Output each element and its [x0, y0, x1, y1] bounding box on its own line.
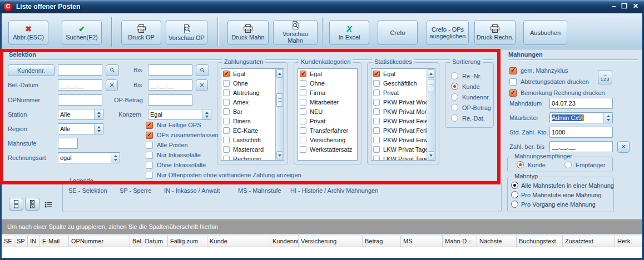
radio-row[interactable]: Re.-Dat.	[451, 113, 492, 123]
option-checkbox-row[interactable]: Abtretungsdaten drucken	[509, 76, 637, 87]
view-list-button[interactable]	[41, 198, 56, 211]
scroll-thumb[interactable]	[276, 93, 283, 107]
checkbox[interactable]	[300, 99, 306, 106]
list-item[interactable]: Ohne	[221, 78, 284, 88]
list-item[interactable]: PKW Privat Woche	[371, 97, 435, 107]
grid-body[interactable]	[2, 247, 642, 258]
checkbox[interactable]	[146, 132, 153, 139]
scrollbar[interactable]	[427, 69, 435, 160]
grid-column-header[interactable]: IN	[28, 236, 40, 247]
radio-row[interactable]: Kundennr.	[451, 92, 492, 102]
checkbox[interactable]	[223, 127, 230, 134]
list-item[interactable]: Rechnung	[221, 154, 284, 161]
konzern-combo[interactable]: Egal	[148, 109, 211, 120]
checkbox[interactable]	[373, 146, 380, 153]
preview-mahn-button[interactable]: Vorschau Mahn	[273, 20, 318, 45]
checkbox[interactable]	[509, 67, 517, 74]
region-combo[interactable]: Alle	[58, 123, 103, 134]
bel-datum-von-input[interactable]	[58, 79, 102, 91]
list-item[interactable]: Amex	[221, 97, 284, 107]
radio-icon[interactable]	[517, 161, 524, 168]
maximize-button[interactable]: ❐	[621, 2, 627, 10]
grid-column-header[interactable]: Mahn-D△	[443, 236, 477, 247]
scroll-down-icon[interactable]	[428, 151, 434, 159]
abort-button[interactable]: ✖ Abbr.(ESC)	[8, 20, 48, 45]
zahl-ber-bis-clear-button[interactable]: ✕	[617, 141, 630, 153]
option-checkbox-row[interactable]: Bemerkung Rechnung drucken	[509, 87, 637, 98]
list-item[interactable]: EC-Karte	[221, 126, 284, 135]
checkbox[interactable]	[146, 172, 153, 179]
list-item[interactable]: NEU	[298, 107, 357, 116]
zahl-ber-bis-input[interactable]	[549, 141, 613, 152]
checkbox[interactable]	[223, 137, 230, 143]
list-item[interactable]: Egal	[371, 69, 435, 78]
checkbox[interactable]	[300, 127, 306, 134]
kundenkategorien-listbox[interactable]: Egal Ohne Firma Mitarbeiter	[298, 68, 358, 161]
list-item[interactable]: Versicherung	[298, 135, 357, 144]
checkbox[interactable]	[373, 127, 380, 134]
crefo-button[interactable]: Crefo	[378, 20, 418, 45]
list-item[interactable]: Egal	[298, 69, 357, 78]
list-item[interactable]: LKW Privat Tages.	[371, 144, 435, 154]
grid-column-header[interactable]: Kundennr.	[270, 236, 299, 247]
radio-row[interactable]: Pro Vorgang eine Mahnung	[511, 199, 612, 209]
kundennr-von-search-button[interactable]	[106, 64, 119, 76]
grid-column-header[interactable]: SE	[2, 236, 14, 247]
radio-icon[interactable]	[564, 161, 572, 168]
radio-icon[interactable]	[451, 114, 458, 122]
print-op-button[interactable]: Druck OP	[121, 20, 161, 45]
radio-icon[interactable]	[451, 104, 458, 111]
checkbox[interactable]	[223, 71, 230, 77]
list-item[interactable]: Egal	[221, 69, 284, 78]
scroll-up-icon[interactable]	[276, 69, 283, 78]
radio-row[interactable]: OP-Betrag	[451, 102, 492, 113]
mitarbeiter-combo[interactable]: Admin Cx9	[549, 112, 613, 123]
checkbox[interactable]	[146, 152, 153, 159]
checkbox[interactable]	[300, 137, 306, 143]
radio-icon[interactable]	[511, 182, 518, 189]
checkbox[interactable]	[300, 71, 306, 77]
bel-datum-von-clear-button[interactable]: ✕	[106, 79, 118, 91]
grid-column-header[interactable]: E-Mail	[40, 236, 69, 247]
list-item[interactable]: Firma	[298, 88, 357, 97]
radio-icon[interactable]	[451, 83, 458, 90]
spinner-icon[interactable]	[94, 124, 103, 134]
station-combo[interactable]: Alle	[58, 109, 103, 120]
checkbox[interactable]	[373, 89, 380, 96]
checkbox[interactable]	[223, 156, 230, 161]
checkbox[interactable]	[223, 118, 230, 124]
radio-icon[interactable]	[511, 191, 518, 198]
radio-row[interactable]: Kunde	[517, 161, 546, 168]
radio-row[interactable]: Alle Mahnstufen in einer Mahnung	[511, 181, 612, 190]
bel-datum-bis-clear-button[interactable]: ✕	[196, 79, 208, 91]
checkbox[interactable]	[300, 146, 306, 153]
rechnungsart-combo[interactable]: egal	[58, 152, 120, 163]
export-excel-button[interactable]: X In Excel	[329, 20, 369, 45]
spinner-icon[interactable]	[202, 109, 211, 119]
checkbox[interactable]	[373, 118, 380, 124]
view-checked-cards-button[interactable]	[25, 198, 39, 211]
checkbox[interactable]	[300, 118, 306, 124]
statistikcodes-listbox[interactable]: Egal Geschäftlich Privat PKW Privat Woch…	[371, 68, 435, 161]
list-item[interactable]: Werkstattersatz	[298, 144, 357, 154]
checkbox[interactable]	[300, 80, 306, 87]
kundennr-bis-input[interactable]	[148, 64, 192, 76]
checkbox[interactable]	[373, 71, 380, 77]
grid-column-header[interactable]: Herk.	[615, 236, 642, 247]
kundennr-button[interactable]: Kundennr.	[8, 64, 55, 76]
checkbox[interactable]	[373, 80, 380, 87]
close-button[interactable]: ✕	[633, 2, 638, 10]
checkbox[interactable]	[509, 89, 517, 97]
view-cards-button[interactable]	[9, 198, 23, 211]
checkbox[interactable]	[146, 122, 153, 129]
checkbox[interactable]	[146, 162, 153, 169]
checkbox[interactable]	[223, 99, 230, 106]
grid-column-header[interactable]: Betrag	[363, 236, 401, 247]
grid-column-header[interactable]: Zusatztext	[563, 236, 615, 247]
spinner-icon[interactable]	[603, 113, 612, 123]
list-item[interactable]: PKW Privat Einweg	[371, 135, 435, 144]
list-item[interactable]: Geschäftlich	[371, 78, 435, 88]
mahnstufe-input[interactable]	[58, 138, 78, 149]
group-by-bar[interactable]: Um nach einer Spalte zu gruppieren, zieh…	[2, 219, 642, 234]
grid-column-header[interactable]: MS	[401, 236, 443, 247]
